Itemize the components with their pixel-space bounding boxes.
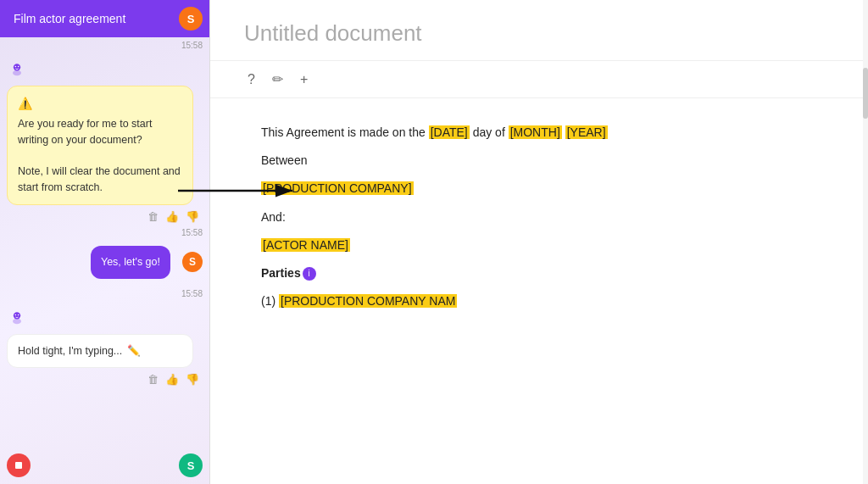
agreement-line: This Agreement is made on the [DATE] day… — [261, 122, 817, 143]
message-actions-1: 🗑 👍 👎 — [0, 209, 209, 225]
scrollbar-thumb[interactable] — [863, 68, 868, 119]
footer-avatar: S — [179, 453, 203, 477]
typing-message: Hold tight, I'm typing... ✏️ — [7, 334, 193, 369]
line1-prefix: This Agreement is made on the — [261, 125, 429, 139]
typing-text: Hold tight, I'm typing... — [18, 343, 122, 359]
message-actions-2: 🗑 👍 👎 — [0, 371, 209, 387]
date-highlight: [DATE] — [429, 125, 470, 139]
actor-name-line: [ACTOR NAME] — [261, 235, 817, 256]
svg-point-3 — [18, 66, 19, 68]
document-panel: Untitled document ? ✏ + This Agreement i… — [210, 0, 868, 484]
warning-icon: ⚠️ — [18, 95, 182, 113]
svg-point-4 — [13, 318, 21, 324]
year-highlight: [YEAR] — [565, 125, 608, 139]
info-icon: i — [303, 267, 316, 281]
bot-icon-1 — [7, 58, 27, 79]
bot-icon-2 — [7, 307, 27, 327]
edit-button[interactable]: ✏ — [269, 70, 287, 89]
user-message: Yes, let's go! — [91, 246, 170, 279]
svg-point-7 — [18, 314, 19, 315]
edit-icon: ✏ — [272, 72, 283, 86]
and-line: And: — [261, 207, 817, 228]
parties-item1-value: [PRODUCTION COMPANY NAM — [279, 294, 457, 308]
pencil-icon: ✏️ — [127, 343, 141, 359]
svg-point-0 — [13, 70, 21, 76]
month-highlight: [MONTH] — [509, 125, 562, 139]
document-title: Untitled document — [210, 0, 868, 61]
line1-mid: day of — [470, 125, 509, 139]
timestamp-1: 15:58 — [0, 39, 209, 52]
trash-icon-2[interactable]: 🗑 — [147, 373, 159, 386]
warning-message: ⚠️ Are you ready for me to start writing… — [7, 86, 193, 205]
thumbs-up-icon-2[interactable]: 👍 — [165, 373, 179, 386]
timestamp-2: 15:58 — [0, 226, 209, 239]
sidebar-header: Film actor agreement — [0, 0, 209, 37]
between-line: Between — [261, 150, 817, 171]
sidebar-footer: S — [0, 447, 209, 484]
warning-text: Are you ready for me to start writing on… — [18, 118, 152, 146]
thumbs-up-icon-1[interactable]: 👍 — [165, 210, 179, 223]
thumbs-down-icon-1[interactable]: 👎 — [186, 210, 199, 223]
document-toolbar: ? ✏ + — [210, 61, 868, 98]
question-icon: ? — [248, 72, 255, 86]
user-avatar-top: S — [179, 7, 203, 31]
svg-point-2 — [15, 66, 17, 68]
scrollbar-track[interactable] — [863, 0, 868, 484]
sidebar-title: Film actor agreement — [14, 12, 125, 25]
help-button[interactable]: ? — [244, 70, 259, 89]
actor-name-highlight: [ACTOR NAME] — [261, 238, 350, 252]
user-avatar-message: S — [182, 252, 203, 272]
parties-item1-prefix: (1) — [261, 294, 279, 308]
production-company-highlight: [PRODUCTION COMPANY] — [261, 181, 414, 195]
add-button[interactable]: + — [297, 70, 311, 89]
trash-icon-1[interactable]: 🗑 — [147, 210, 159, 223]
sidebar: S Film actor agreement 15:58 ⚠️ Are you … — [0, 0, 210, 484]
svg-rect-8 — [15, 462, 22, 469]
parties-label: Parties — [261, 266, 301, 280]
messages-area: 15:58 ⚠️ Are you ready for me to start w… — [0, 37, 209, 447]
red-stop-button[interactable] — [7, 453, 31, 477]
production-company-line: [PRODUCTION COMPANY] — [261, 178, 817, 199]
timestamp-3: 15:58 — [0, 287, 209, 300]
thumbs-down-icon-2[interactable]: 👎 — [186, 373, 199, 386]
warning-note: Note, I will clear the document and star… — [18, 165, 181, 193]
document-content: This Agreement is made on the [DATE] day… — [210, 98, 868, 484]
parties-item1: (1) [PRODUCTION COMPANY NAM — [261, 291, 817, 312]
plus-icon: + — [300, 72, 308, 86]
parties-line: Partiesi — [261, 263, 817, 284]
svg-point-6 — [15, 314, 17, 315]
